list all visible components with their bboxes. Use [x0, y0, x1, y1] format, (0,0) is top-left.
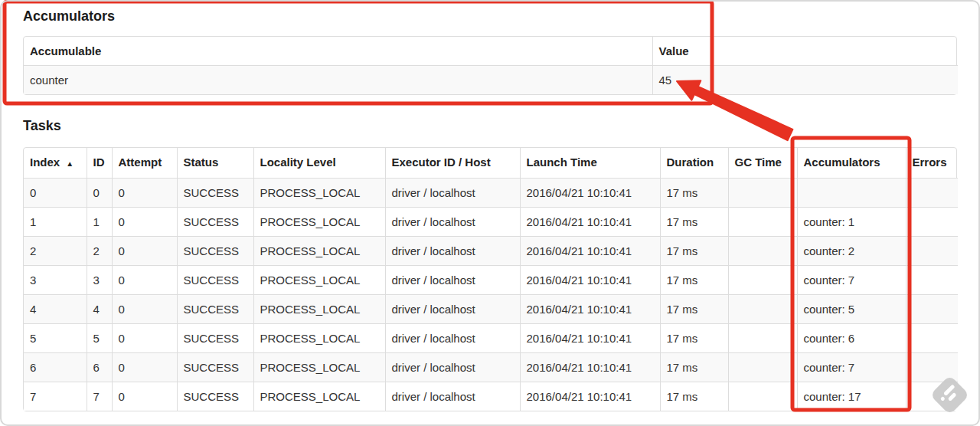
- task-executor-cell: driver / localhost: [385, 179, 520, 208]
- task-index-cell: 1: [24, 208, 87, 237]
- task-locality-cell: PROCESS_LOCAL: [253, 237, 385, 266]
- task-duration-cell: 17 ms: [660, 208, 728, 237]
- accumulators-table: Accumulable Value counter 45: [23, 36, 957, 95]
- task-executor-cell: driver / localhost: [385, 208, 520, 237]
- task-id-cell: 0: [87, 179, 112, 208]
- task-launch-time-cell: 2016/04/21 10:10:41: [520, 353, 660, 382]
- task-id-cell: 2: [87, 237, 112, 266]
- task-id-cell: 7: [87, 382, 112, 411]
- task-accumulators-cell: counter: 7: [797, 353, 906, 382]
- task-gc-time-cell: [728, 295, 797, 324]
- task-locality-cell: PROCESS_LOCAL: [253, 382, 385, 411]
- task-status-cell: SUCCESS: [177, 382, 253, 411]
- executor-id-host-column-header[interactable]: Executor ID / Host: [385, 148, 520, 179]
- task-attempt-cell: 0: [112, 179, 177, 208]
- attempt-column-header[interactable]: Attempt: [112, 148, 177, 179]
- task-duration-cell: 17 ms: [660, 295, 728, 324]
- errors-column-header[interactable]: Errors: [906, 148, 958, 179]
- task-index-cell: 3: [24, 266, 87, 295]
- task-gc-time-cell: [728, 382, 797, 411]
- task-index-cell: 6: [24, 353, 87, 382]
- task-duration-cell: 17 ms: [660, 324, 728, 353]
- task-launch-time-cell: 2016/04/21 10:10:41: [520, 382, 660, 411]
- task-status-cell: SUCCESS: [177, 266, 253, 295]
- task-row: 2 2 0 SUCCESS PROCESS_LOCAL driver / loc…: [24, 237, 958, 266]
- task-errors-cell: [906, 179, 958, 208]
- task-gc-time-cell: [728, 208, 797, 237]
- accumulators-column-header[interactable]: Accumulators: [797, 148, 906, 179]
- launch-time-column-header[interactable]: Launch Time: [520, 148, 660, 179]
- watermark-dot: [940, 396, 946, 401]
- sort-ascending-icon: ▲: [66, 159, 74, 168]
- task-launch-time-cell: 2016/04/21 10:10:41: [520, 295, 660, 324]
- task-id-cell: 6: [87, 353, 112, 382]
- task-index-cell: 4: [24, 295, 87, 324]
- task-attempt-cell: 0: [112, 208, 177, 237]
- task-locality-cell: PROCESS_LOCAL: [253, 353, 385, 382]
- task-id-cell: 1: [87, 208, 112, 237]
- gc-time-column-header[interactable]: GC Time: [728, 148, 797, 179]
- task-status-cell: SUCCESS: [177, 353, 253, 382]
- task-accumulators-cell: counter: 2: [797, 237, 906, 266]
- task-status-cell: SUCCESS: [177, 295, 253, 324]
- task-status-cell: SUCCESS: [177, 208, 253, 237]
- duration-column-header[interactable]: Duration: [660, 148, 728, 179]
- task-launch-time-cell: 2016/04/21 10:10:41: [520, 324, 660, 353]
- page-content: Accumulators Accumulable Value counter 4…: [23, 0, 957, 411]
- task-locality-cell: PROCESS_LOCAL: [253, 266, 385, 295]
- accumulators-section-title: Accumulators: [23, 8, 957, 25]
- task-gc-time-cell: [728, 266, 797, 295]
- task-locality-cell: PROCESS_LOCAL: [253, 295, 385, 324]
- task-errors-cell: [906, 266, 958, 295]
- task-index-cell: 7: [24, 382, 87, 411]
- task-index-cell: 2: [24, 237, 87, 266]
- task-id-cell: 5: [87, 324, 112, 353]
- task-accumulators-cell: counter: 5: [797, 295, 906, 324]
- task-executor-cell: driver / localhost: [385, 382, 520, 411]
- task-row: 7 7 0 SUCCESS PROCESS_LOCAL driver / loc…: [24, 382, 958, 411]
- task-errors-cell: [906, 208, 958, 237]
- task-attempt-cell: 0: [112, 295, 177, 324]
- task-row: 4 4 0 SUCCESS PROCESS_LOCAL driver / loc…: [24, 295, 958, 324]
- task-row: 6 6 0 SUCCESS PROCESS_LOCAL driver / loc…: [24, 353, 958, 382]
- task-accumulators-cell: counter: 7: [797, 266, 906, 295]
- accumulable-value-cell: 45: [652, 66, 958, 95]
- task-executor-cell: driver / localhost: [385, 237, 520, 266]
- index-column-header[interactable]: Index▲: [24, 148, 87, 179]
- task-errors-cell: [906, 295, 958, 324]
- task-gc-time-cell: [728, 324, 797, 353]
- status-column-header[interactable]: Status: [177, 148, 253, 179]
- tasks-header-row: Index▲ ID Attempt Status Locality Level …: [24, 148, 958, 179]
- task-attempt-cell: 0: [112, 324, 177, 353]
- accumulators-header-row: Accumulable Value: [24, 37, 958, 66]
- task-attempt-cell: 0: [112, 382, 177, 411]
- id-column-header[interactable]: ID: [87, 148, 112, 179]
- locality-level-column-header[interactable]: Locality Level: [253, 148, 385, 179]
- task-locality-cell: PROCESS_LOCAL: [253, 208, 385, 237]
- task-duration-cell: 17 ms: [660, 382, 728, 411]
- task-locality-cell: PROCESS_LOCAL: [253, 179, 385, 208]
- tasks-section-title: Tasks: [23, 118, 957, 134]
- task-gc-time-cell: [728, 353, 797, 382]
- task-accumulators-cell: counter: 17: [797, 382, 906, 411]
- task-row: 0 0 0 SUCCESS PROCESS_LOCAL driver / loc…: [24, 179, 958, 208]
- task-accumulators-cell: [797, 179, 906, 208]
- task-index-cell: 5: [24, 324, 87, 353]
- task-duration-cell: 17 ms: [660, 266, 728, 295]
- accumulable-name-cell: counter: [24, 66, 652, 95]
- accumulator-row: counter 45: [24, 66, 958, 95]
- task-executor-cell: driver / localhost: [385, 295, 520, 324]
- task-duration-cell: 17 ms: [660, 179, 728, 208]
- task-status-cell: SUCCESS: [177, 179, 253, 208]
- tasks-table: Index▲ ID Attempt Status Locality Level …: [23, 147, 957, 411]
- task-errors-cell: [906, 237, 958, 266]
- task-attempt-cell: 0: [112, 353, 177, 382]
- task-launch-time-cell: 2016/04/21 10:10:41: [520, 266, 660, 295]
- task-executor-cell: driver / localhost: [385, 266, 520, 295]
- task-launch-time-cell: 2016/04/21 10:10:41: [520, 179, 660, 208]
- task-executor-cell: driver / localhost: [385, 324, 520, 353]
- accumulable-column-header: Accumulable: [24, 37, 652, 66]
- task-gc-time-cell: [728, 237, 797, 266]
- task-attempt-cell: 0: [112, 266, 177, 295]
- task-row: 1 1 0 SUCCESS PROCESS_LOCAL driver / loc…: [24, 208, 958, 237]
